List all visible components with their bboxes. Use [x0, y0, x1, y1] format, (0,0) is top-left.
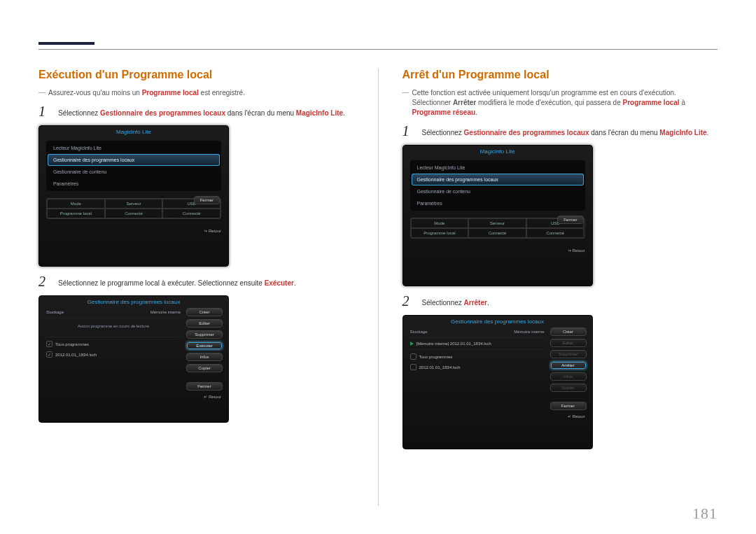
stop-button[interactable]: Arrêter	[550, 361, 587, 370]
row-header: Stockage Mémoire interne	[45, 308, 182, 316]
note-line1: Cette fonction est activée uniquement lo…	[412, 89, 676, 97]
note-suffix: est enregistré.	[199, 89, 245, 97]
note-ensure: Assurez-vous qu'au moins un Programme lo…	[38, 88, 354, 98]
step-2: 2 Sélectionnez Arrêter.	[402, 293, 718, 309]
delete-button[interactable]: Supprimer	[550, 350, 587, 358]
storage-label: Stockage	[46, 310, 64, 314]
menu-item-selected[interactable]: Gestionnaire des programmes locaux	[412, 174, 584, 185]
step-text: Sélectionnez Gestionnaire des programmes…	[58, 104, 345, 120]
screenshot-menu-right: MagicInfo Lite Lecteur MagicInfo Lite Ge…	[402, 145, 593, 286]
divider	[409, 349, 546, 350]
all-label: Tous programmes	[419, 355, 453, 359]
shot-footer: ↵ Retour	[403, 412, 592, 423]
return-icon: ↵	[204, 228, 207, 233]
t: MagicInfo Lite	[659, 129, 706, 136]
t: MagicInfo Lite	[296, 109, 343, 117]
menu-item[interactable]: Lecteur MagicInfo Lite	[48, 142, 220, 154]
shot-right-buttons: Créer Editer Supprimer Exécuter Infos Co…	[186, 308, 223, 391]
edit-button[interactable]: Editer	[550, 339, 587, 347]
header-accent-bar	[38, 42, 94, 45]
grid-cell: Programme local	[411, 228, 469, 238]
copy-button[interactable]: Copier	[550, 384, 587, 392]
note-stop: Cette fonction est activée uniquement lo…	[402, 88, 718, 118]
no-program-message: Aucun programme en cours de lecture	[45, 320, 182, 335]
step-number: 2	[402, 293, 415, 309]
row-all[interactable]: Tous programmes	[409, 351, 546, 362]
shot-body: Stockage Mémoire interne [Mémoire intern…	[403, 328, 592, 412]
t: Sélectionnez	[58, 109, 100, 117]
close-button[interactable]: Fermer	[550, 402, 587, 410]
t: .	[707, 129, 709, 136]
t: à	[680, 99, 685, 106]
t: dans l'écran du menu	[225, 109, 296, 117]
shot-footer: ↵ Retour	[403, 246, 592, 257]
t: modifiera le mode d'exécution, qui passe…	[476, 99, 622, 106]
t: .	[343, 109, 345, 117]
return-label: Retour	[209, 395, 221, 399]
content-columns: Exécution d'un Programme local Assurez-v…	[38, 69, 718, 506]
menu-item[interactable]: Paramètres	[48, 178, 220, 190]
copy-button[interactable]: Copier	[186, 364, 223, 372]
return-label: Retour	[572, 414, 584, 419]
step-text: Sélectionnez le programme local à exécut…	[58, 274, 296, 290]
row-header: Stockage Mémoire interne	[409, 328, 546, 336]
screenshot-menu-left: MagicInfo Lite Lecteur MagicInfo Lite Ge…	[38, 125, 229, 267]
screenshot-manager-right: Gestionnaire des programmes locaux Stock…	[402, 315, 593, 449]
shot-body: Stockage Mémoire interne Aucun programme…	[39, 308, 228, 392]
t: .	[294, 279, 296, 287]
return-icon: ↵	[568, 414, 571, 419]
screenshot-manager-left: Gestionnaire des programmes locaux Stock…	[38, 295, 229, 423]
info-button[interactable]: Infos	[550, 372, 587, 381]
t: Gestionnaire des programmes locaux	[464, 129, 589, 136]
close-button[interactable]: Fermer	[186, 382, 223, 391]
checkbox-icon: ✓	[46, 341, 52, 347]
manual-page: Exécution d'un Programme local Assurez-v…	[0, 0, 756, 534]
close-button[interactable]: Fermer	[194, 196, 220, 204]
menu-item[interactable]: Gestionnaire de contenu	[412, 185, 584, 197]
note-bold: Programme local	[142, 89, 199, 97]
divider	[45, 318, 182, 318]
t: dans l'écran du menu	[589, 129, 660, 136]
row-file[interactable]: ✓2012.01.01_1834.lsch	[45, 349, 182, 360]
play-icon	[410, 342, 414, 346]
create-button[interactable]: Créer	[186, 308, 223, 316]
grid-cell: Connecté	[468, 228, 526, 238]
shot-title: Gestionnaire des programmes locaux	[39, 296, 228, 308]
step-1: 1 Sélectionnez Gestionnaire des programm…	[38, 104, 354, 120]
row-all[interactable]: ✓Tous programmes	[45, 339, 182, 349]
menu-item[interactable]: Paramètres	[412, 197, 584, 209]
checkbox-icon: ✓	[46, 351, 52, 358]
shot-title: Gestionnaire des programmes locaux	[403, 316, 592, 328]
info-button[interactable]: Infos	[186, 353, 223, 361]
step-text: Sélectionnez Gestionnaire des programmes…	[422, 123, 709, 139]
row-file[interactable]: 2012.01.01_1834.lsch	[409, 362, 546, 372]
close-button[interactable]: Fermer	[557, 216, 583, 224]
column-right: Arrêt d'un Programme local Cette fonctio…	[378, 69, 718, 506]
return-label: Retour	[209, 229, 221, 233]
memory-label: Mémoire interne	[514, 330, 544, 334]
page-number: 181	[692, 505, 718, 523]
t: Arrêter	[464, 299, 487, 307]
t: Exécuter	[265, 279, 294, 287]
edit-button[interactable]: Editer	[186, 319, 223, 328]
delete-button[interactable]: Supprimer	[186, 330, 223, 339]
playing-file-label: [Mémoire interne] 2012.01.01_1834.lsch	[416, 342, 491, 346]
shot-left-panel: Stockage Mémoire interne [Mémoire intern…	[409, 328, 546, 410]
return-icon: ↵	[204, 395, 207, 399]
shot-left-panel: Stockage Mémoire interne Aucun programme…	[45, 308, 182, 391]
step-2: 2 Sélectionnez le programme local à exéc…	[38, 274, 354, 290]
t: Arrêter	[453, 99, 476, 106]
t: Sélectionnez	[422, 299, 464, 307]
grid-cell: Connecté	[526, 228, 584, 238]
menu-item[interactable]: Gestionnaire de contenu	[48, 166, 220, 178]
note-text: Assurez-vous qu'au moins un	[48, 89, 142, 97]
menu-item[interactable]: Lecteur MagicInfo Lite	[412, 162, 584, 174]
spacer	[550, 395, 587, 399]
checkbox-icon	[410, 353, 416, 360]
t: Programme local	[623, 99, 680, 106]
row-playing[interactable]: [Mémoire interne] 2012.01.01_1834.lsch	[409, 339, 546, 348]
run-button[interactable]: Exécuter	[186, 342, 223, 350]
create-button[interactable]: Créer	[550, 328, 587, 336]
column-left: Exécution d'un Programme local Assurez-v…	[38, 69, 354, 506]
menu-item-selected[interactable]: Gestionnaire des programmes locaux	[48, 154, 220, 166]
